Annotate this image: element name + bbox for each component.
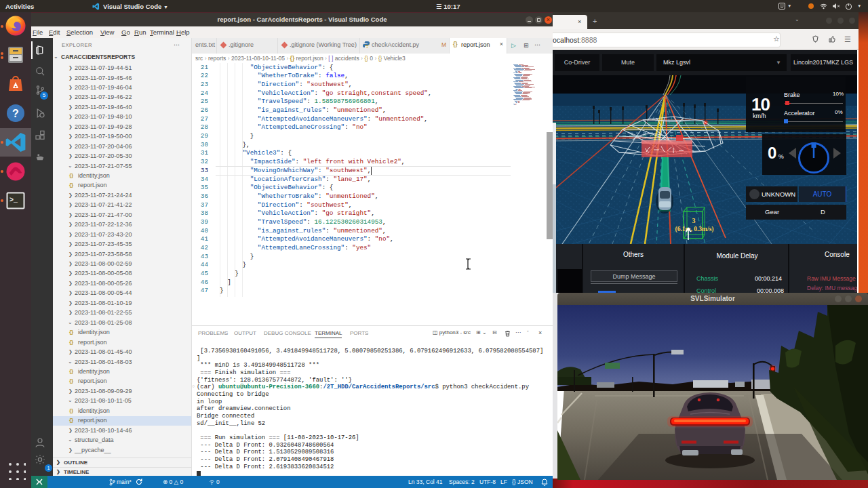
svg-text:>_: >_ xyxy=(9,197,18,204)
svg-text:?: ? xyxy=(12,108,19,119)
svg-text:(6.1m, 0.3m/s): (6.1m, 0.3m/s) xyxy=(675,226,714,233)
svg-text:3: 3 xyxy=(692,217,696,224)
